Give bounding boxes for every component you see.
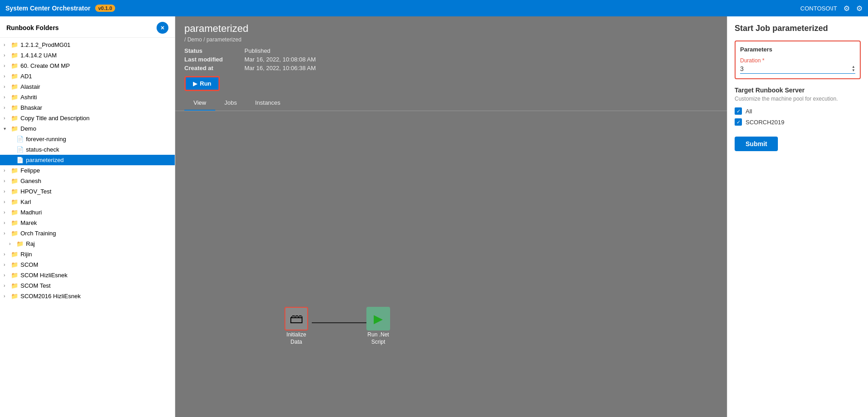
checkbox-scorch2019[interactable]: ✓: [735, 118, 742, 126]
sidebar-item-1414[interactable]: ›📁1.4.14.2 UAM: [0, 50, 175, 61]
sidebar-item-label: Felippe: [20, 167, 40, 174]
folder-icon: 📁: [11, 125, 18, 132]
sidebar-item-label: Karl: [20, 198, 31, 205]
sidebar-item-ad1[interactable]: ›📁AD1: [0, 71, 175, 81]
sidebar-item-orchtraining[interactable]: ›📁Orch Training: [0, 228, 175, 239]
checkbox-all[interactable]: ✓: [735, 107, 742, 115]
submit-button[interactable]: Submit: [735, 137, 778, 151]
sidebar-item-madhuri[interactable]: ›📁Madhuri: [0, 207, 175, 218]
folder-icon: 📁: [11, 178, 18, 184]
sidebar-item-felippe[interactable]: ›📁Felippe: [0, 165, 175, 176]
canvas-area: 🗃 InitializeData ▶ Run .NetScript: [175, 111, 727, 417]
sidebar-header: Runbook Folders ×: [0, 16, 175, 38]
folder-icon: 📁: [11, 188, 18, 195]
sidebar-item-scomhizli[interactable]: ›📁SCOM HizliEsnek: [0, 270, 175, 280]
version-badge: v0.1.0: [95, 5, 116, 12]
sidebar-item-alastair[interactable]: ›📁Alastair: [0, 81, 175, 92]
sidebar-item-scomtest[interactable]: ›📁SCOM Test: [0, 280, 175, 291]
run-button[interactable]: ▶ Run: [184, 76, 220, 91]
tab-jobs[interactable]: Jobs: [215, 96, 246, 111]
sidebar-item-label: Madhuri: [20, 209, 42, 216]
topbar-left: System Center Orchestrator v0.1.0: [5, 5, 115, 12]
runbook-title: parameterized: [184, 23, 718, 35]
gear-icon[interactable]: ⚙: [856, 4, 863, 13]
sidebar-item-marek[interactable]: ›📁Marek: [0, 218, 175, 228]
folder-icon: 📁: [11, 115, 18, 122]
sidebar-item-rijin[interactable]: ›📁Rijin: [0, 249, 175, 259]
created-at-value: Mar 16, 2022, 10:06:38 AM: [244, 65, 718, 71]
checkbox-row-all: ✓All: [735, 107, 861, 115]
sidebar-item-label: parameterized: [26, 157, 64, 163]
chevron-icon: ›: [4, 53, 9, 58]
meta-table: Status Published Last modified Mar 16, 2…: [184, 47, 718, 71]
sidebar-item-hpov[interactable]: ›📁HPOV_Test: [0, 186, 175, 197]
sidebar-item-raj[interactable]: ›📁Raj: [0, 239, 175, 249]
folder-icon: 📁: [11, 272, 18, 279]
sidebar-collapse-button[interactable]: ×: [157, 22, 168, 34]
folder-icon: 📁: [11, 198, 18, 205]
folder-icon: 📁: [11, 52, 18, 59]
sidebar-item-label: Raj: [26, 240, 35, 247]
settings-icon[interactable]: ⚙: [843, 4, 850, 13]
sidebar-item-label: 1.4.14.2 UAM: [20, 52, 57, 59]
last-modified-value: Mar 16, 2022, 10:08:08 AM: [244, 56, 718, 63]
sidebar-item-scom2016[interactable]: ›📁SCOM2016 HizliEsnek: [0, 291, 175, 301]
folder-icon: 📁: [11, 167, 18, 174]
target-title: Target Runbook Server: [735, 86, 861, 94]
sidebar-item-1212[interactable]: ›📁1.2.1.2_ProdMG01: [0, 40, 175, 50]
sidebar-item-scom[interactable]: ›📁SCOM: [0, 259, 175, 270]
workflow-node-script[interactable]: ▶ Run .NetScript: [366, 307, 390, 346]
sidebar-item-parameterized[interactable]: 📄parameterized: [0, 155, 175, 165]
chevron-icon: ›: [4, 178, 9, 183]
duration-decrement[interactable]: ▼: [852, 69, 855, 72]
sidebar-item-karl[interactable]: ›📁Karl: [0, 197, 175, 207]
target-subtitle: Customize the machine pool for execution…: [735, 96, 861, 102]
sidebar-item-statuscheck[interactable]: 📄status-check: [0, 144, 175, 155]
sidebar-item-copytitle[interactable]: ›📁Copy Title and Description: [0, 113, 175, 123]
workflow-node-init[interactable]: 🗃 InitializeData: [284, 307, 308, 346]
tab-instances[interactable]: Instances: [246, 96, 289, 111]
sidebar-item-ashriti[interactable]: ›📁Ashriti: [0, 92, 175, 102]
file-icon: 📄: [16, 136, 24, 142]
content-area: parameterized / Demo / parameterized Sta…: [175, 16, 727, 417]
sidebar-item-bhaskar[interactable]: ›📁Bhaskar: [0, 102, 175, 113]
topbar-user: CONTOSO\IT: [800, 5, 837, 12]
sidebar-item-label: Bhaskar: [20, 104, 42, 111]
folder-icon: 📁: [11, 282, 18, 289]
chevron-icon: ›: [4, 42, 9, 47]
chevron-icon: ›: [4, 262, 9, 267]
chevron-icon: ›: [9, 241, 15, 246]
sidebar-item-label: Demo: [20, 125, 36, 132]
chevron-icon: ›: [4, 105, 9, 110]
folder-icon: 📁: [11, 104, 18, 111]
chevron-icon: ›: [4, 95, 9, 100]
file-icon: 📄: [16, 157, 24, 163]
folder-icon: 📁: [11, 83, 18, 90]
sidebar-item-demo[interactable]: ▾📁Demo: [0, 123, 175, 134]
parameters-box-title: Parameters: [740, 46, 855, 53]
last-modified-label: Last modified: [184, 56, 239, 63]
sidebar-item-forever[interactable]: 📄forever-running: [0, 134, 175, 144]
init-data-icon: 🗃: [289, 311, 303, 326]
content-header: parameterized / Demo / parameterized Sta…: [175, 16, 727, 96]
duration-spinner: ▲ ▼: [852, 65, 855, 72]
folder-icon: 📁: [11, 251, 18, 258]
script-label: Run .NetScript: [367, 331, 389, 346]
sidebar-item-60create[interactable]: ›📁60. Create OM MP: [0, 61, 175, 71]
script-icon-box: ▶: [366, 307, 390, 331]
folder-icon: 📁: [11, 62, 18, 69]
sidebar-item-label: SCOM HizliEsnek: [20, 272, 67, 279]
sidebar-item-label: SCOM: [20, 261, 38, 268]
folder-icon: 📁: [11, 293, 18, 300]
sidebar-item-label: forever-running: [26, 136, 66, 142]
sidebar-item-label: SCOM Test: [20, 282, 51, 289]
sidebar-item-ganesh[interactable]: ›📁Ganesh: [0, 176, 175, 186]
sidebar-item-label: Copy Title and Description: [20, 115, 90, 122]
tabs-row: ViewJobsInstances: [175, 96, 727, 111]
sidebar-item-label: Marek: [20, 219, 37, 226]
folder-icon: 📁: [11, 230, 18, 237]
chevron-icon: ›: [4, 231, 9, 236]
tab-view[interactable]: View: [184, 96, 215, 111]
duration-input[interactable]: [740, 65, 852, 72]
folder-icon: 📁: [11, 94, 18, 101]
